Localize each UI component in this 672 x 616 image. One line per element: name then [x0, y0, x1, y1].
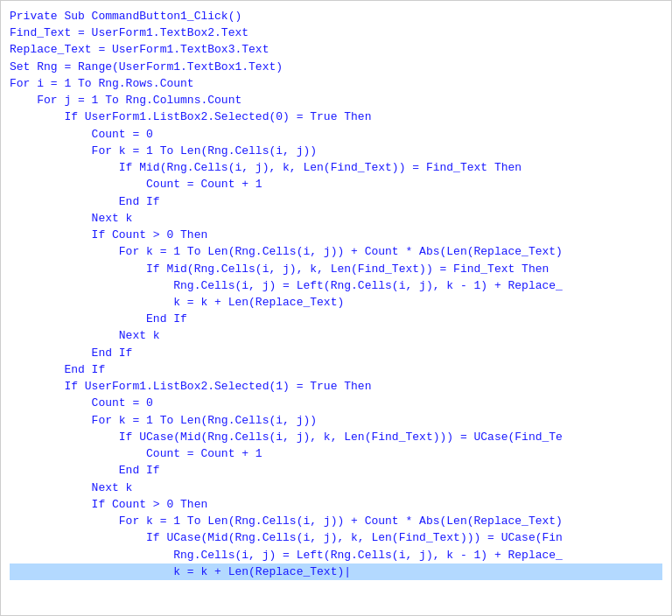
code-line: Rng.Cells(i, j) = Left(Rng.Cells(i, j), … — [10, 547, 662, 564]
code-line: Rng.Cells(i, j) = Left(Rng.Cells(i, j), … — [10, 277, 662, 294]
code-line: Count = 0 — [10, 395, 662, 411]
code-line: For k = 1 To Len(Rng.Cells(i, j)) + Coun… — [10, 513, 662, 529]
code-line: Next k — [10, 480, 662, 496]
code-line: If UCase(Mid(Rng.Cells(i, j), k, Len(Fin… — [10, 529, 662, 546]
code-line: Find_Text = UserForm1.TextBox2.Text — [10, 24, 662, 41]
code-line: If Count > 0 Then — [10, 496, 662, 513]
code-line: If UserForm1.ListBox2.Selected(0) = True… — [10, 108, 662, 125]
code-line: Private Sub CommandButton1_Click() — [10, 8, 662, 24]
code-line: End If — [10, 361, 662, 378]
code-line: For j = 1 To Rng.Columns.Count — [10, 92, 662, 108]
code-line: Next k — [10, 327, 662, 344]
code-line: If UserForm1.ListBox2.Selected(1) = True… — [10, 378, 662, 395]
code-line: End If — [10, 193, 662, 210]
code-line: Count = Count + 1 — [10, 176, 662, 192]
code-line: If Count > 0 Then — [10, 227, 662, 243]
code-line: Replace_Text = UserForm1.TextBox3.Text — [10, 41, 662, 58]
code-line: k = k + Len(Replace_Text)| — [10, 564, 662, 580]
code-line: For k = 1 To Len(Rng.Cells(i, j)) — [10, 412, 662, 429]
code-line: For k = 1 To Len(Rng.Cells(i, j)) + Coun… — [10, 243, 662, 260]
code-line: End If — [10, 311, 662, 327]
code-editor: Private Sub CommandButton1_Click()Find_T… — [0, 0, 672, 616]
code-line: Set Rng = Range(UserForm1.TextBox1.Text) — [10, 59, 662, 75]
code-line: End If — [10, 345, 662, 361]
code-line: End If — [10, 462, 662, 479]
code-line: Next k — [10, 210, 662, 227]
code-line: For k = 1 To Len(Rng.Cells(i, j)) — [10, 143, 662, 159]
code-line: For i = 1 To Rng.Rows.Count — [10, 75, 662, 92]
code-line: k = k + Len(Replace_Text) — [10, 294, 662, 311]
code-line: If Mid(Rng.Cells(i, j), k, Len(Find_Text… — [10, 261, 662, 277]
code-line: Count = 0 — [10, 126, 662, 143]
code-line: If Mid(Rng.Cells(i, j), k, Len(Find_Text… — [10, 159, 662, 176]
code-line: Count = Count + 1 — [10, 445, 662, 462]
code-line: If UCase(Mid(Rng.Cells(i, j), k, Len(Fin… — [10, 429, 662, 445]
